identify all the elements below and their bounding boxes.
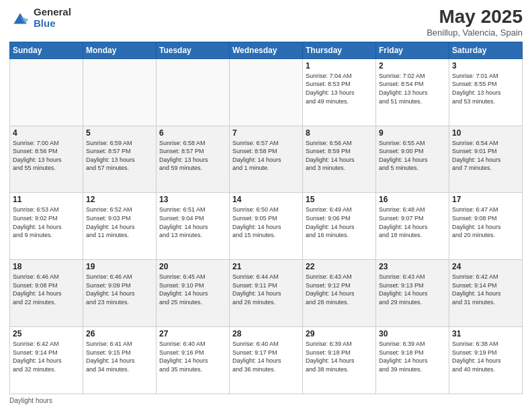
calendar-day-22: 22Sunrise: 6:43 AM Sunset: 9:12 PM Dayli…	[303, 260, 376, 327]
calendar-week-row: 1Sunrise: 7:04 AM Sunset: 8:53 PM Daylig…	[10, 58, 523, 126]
calendar-day-9: 9Sunrise: 6:55 AM Sunset: 9:00 PM Daylig…	[376, 126, 449, 193]
calendar-day-24: 24Sunrise: 6:42 AM Sunset: 9:14 PM Dayli…	[449, 260, 523, 327]
day-info: Sunrise: 6:52 AM Sunset: 9:03 PM Dayligh…	[86, 205, 153, 239]
calendar-day-10: 10Sunrise: 6:54 AM Sunset: 9:01 PM Dayli…	[449, 126, 523, 193]
day-info: Sunrise: 6:42 AM Sunset: 9:14 PM Dayligh…	[13, 340, 80, 373]
subtitle: Benillup, Valencia, Spain	[427, 28, 523, 38]
day-number: 13	[159, 195, 226, 204]
calendar-day-1: 1Sunrise: 7:04 AM Sunset: 8:53 PM Daylig…	[303, 58, 376, 126]
day-number: 22	[306, 262, 373, 271]
day-number: 8	[306, 128, 373, 138]
day-number: 11	[13, 195, 80, 204]
day-info: Sunrise: 6:50 AM Sunset: 9:05 PM Dayligh…	[232, 205, 300, 239]
day-number: 26	[86, 329, 153, 338]
day-number: 31	[452, 329, 519, 338]
day-info: Sunrise: 6:57 AM Sunset: 8:58 PM Dayligh…	[232, 139, 300, 173]
calendar-day-empty	[10, 58, 83, 126]
day-info: Sunrise: 6:51 AM Sunset: 9:04 PM Dayligh…	[159, 205, 226, 239]
day-info: Sunrise: 6:43 AM Sunset: 9:12 PM Dayligh…	[306, 273, 373, 306]
day-info: Sunrise: 6:48 AM Sunset: 9:07 PM Dayligh…	[379, 205, 446, 239]
day-info: Sunrise: 6:39 AM Sunset: 9:18 PM Dayligh…	[379, 340, 446, 373]
day-number: 15	[306, 195, 373, 204]
day-info: Sunrise: 6:53 AM Sunset: 9:02 PM Dayligh…	[13, 205, 80, 239]
day-number: 30	[379, 329, 446, 338]
page: General Blue May 2025 Benillup, Valencia…	[0, 0, 532, 411]
calendar-header-row: SundayMondayTuesdayWednesdayThursdayFrid…	[10, 42, 523, 58]
calendar-day-13: 13Sunrise: 6:51 AM Sunset: 9:04 PM Dayli…	[157, 193, 230, 260]
day-number: 3	[452, 61, 519, 71]
calendar-day-2: 2Sunrise: 7:02 AM Sunset: 8:54 PM Daylig…	[376, 58, 449, 126]
day-number: 20	[159, 262, 226, 271]
day-number: 5	[86, 128, 153, 138]
day-number: 17	[452, 195, 519, 204]
calendar-day-11: 11Sunrise: 6:53 AM Sunset: 9:02 PM Dayli…	[10, 193, 83, 260]
footer-note: Daylight hours	[9, 397, 523, 404]
day-number: 23	[379, 262, 446, 271]
calendar-day-16: 16Sunrise: 6:48 AM Sunset: 9:07 PM Dayli…	[376, 193, 449, 260]
daylight-hours-label: Daylight hours	[9, 397, 52, 404]
day-number: 2	[379, 61, 446, 71]
day-info: Sunrise: 6:46 AM Sunset: 9:09 PM Dayligh…	[86, 273, 153, 306]
calendar-day-17: 17Sunrise: 6:47 AM Sunset: 9:08 PM Dayli…	[449, 193, 523, 260]
day-number: 21	[232, 262, 300, 271]
day-info: Sunrise: 6:44 AM Sunset: 9:11 PM Dayligh…	[232, 273, 300, 306]
day-number: 25	[13, 329, 80, 338]
calendar-day-empty	[230, 58, 303, 126]
day-info: Sunrise: 6:58 AM Sunset: 8:57 PM Dayligh…	[159, 139, 226, 173]
day-info: Sunrise: 6:46 AM Sunset: 9:08 PM Dayligh…	[13, 273, 80, 306]
calendar-week-row: 25Sunrise: 6:42 AM Sunset: 9:14 PM Dayli…	[10, 327, 523, 394]
calendar-day-30: 30Sunrise: 6:39 AM Sunset: 9:18 PM Dayli…	[376, 327, 449, 394]
calendar-week-row: 11Sunrise: 6:53 AM Sunset: 9:02 PM Dayli…	[10, 193, 523, 260]
calendar-day-6: 6Sunrise: 6:58 AM Sunset: 8:57 PM Daylig…	[157, 126, 230, 193]
logo: General Blue	[9, 7, 71, 29]
day-info: Sunrise: 7:01 AM Sunset: 8:55 PM Dayligh…	[452, 72, 519, 105]
day-number: 14	[232, 195, 300, 204]
day-number: 10	[452, 128, 519, 138]
day-number: 18	[13, 262, 80, 271]
calendar-day-12: 12Sunrise: 6:52 AM Sunset: 9:03 PM Dayli…	[83, 193, 157, 260]
day-number: 1	[306, 61, 373, 71]
day-info: Sunrise: 6:45 AM Sunset: 9:10 PM Dayligh…	[159, 273, 226, 306]
calendar-day-27: 27Sunrise: 6:40 AM Sunset: 9:16 PM Dayli…	[157, 327, 230, 394]
calendar-day-7: 7Sunrise: 6:57 AM Sunset: 8:58 PM Daylig…	[230, 126, 303, 193]
day-number: 27	[159, 329, 226, 338]
logo-icon	[9, 9, 31, 28]
main-title: May 2025	[427, 7, 523, 28]
logo-general: General	[34, 6, 71, 17]
calendar-header-sunday: Sunday	[10, 42, 83, 58]
day-number: 19	[86, 262, 153, 271]
calendar-day-18: 18Sunrise: 6:46 AM Sunset: 9:08 PM Dayli…	[10, 260, 83, 327]
day-info: Sunrise: 6:47 AM Sunset: 9:08 PM Dayligh…	[452, 205, 519, 239]
day-info: Sunrise: 7:04 AM Sunset: 8:53 PM Dayligh…	[306, 72, 373, 105]
calendar-day-5: 5Sunrise: 6:59 AM Sunset: 8:57 PM Daylig…	[83, 126, 157, 193]
day-number: 9	[379, 128, 446, 138]
title-block: May 2025 Benillup, Valencia, Spain	[427, 7, 523, 38]
calendar-header-tuesday: Tuesday	[157, 42, 230, 58]
day-number: 12	[86, 195, 153, 204]
day-number: 28	[232, 329, 300, 338]
calendar-day-8: 8Sunrise: 6:56 AM Sunset: 8:59 PM Daylig…	[303, 126, 376, 193]
day-info: Sunrise: 6:54 AM Sunset: 9:01 PM Dayligh…	[452, 139, 519, 173]
day-info: Sunrise: 6:42 AM Sunset: 9:14 PM Dayligh…	[452, 273, 519, 306]
day-number: 29	[306, 329, 373, 338]
day-info: Sunrise: 6:38 AM Sunset: 9:19 PM Dayligh…	[452, 340, 519, 373]
day-number: 16	[379, 195, 446, 204]
calendar-header-saturday: Saturday	[449, 42, 523, 58]
calendar-day-26: 26Sunrise: 6:41 AM Sunset: 9:15 PM Dayli…	[83, 327, 157, 394]
day-number: 24	[452, 262, 519, 271]
header: General Blue May 2025 Benillup, Valencia…	[9, 7, 523, 38]
calendar-day-empty	[157, 58, 230, 126]
calendar-header-wednesday: Wednesday	[230, 42, 303, 58]
calendar-day-4: 4Sunrise: 7:00 AM Sunset: 8:56 PM Daylig…	[10, 126, 83, 193]
day-info: Sunrise: 6:40 AM Sunset: 9:17 PM Dayligh…	[232, 340, 300, 373]
day-number: 6	[159, 128, 226, 138]
calendar-day-19: 19Sunrise: 6:46 AM Sunset: 9:09 PM Dayli…	[83, 260, 157, 327]
day-info: Sunrise: 6:43 AM Sunset: 9:13 PM Dayligh…	[379, 273, 446, 306]
calendar-day-21: 21Sunrise: 6:44 AM Sunset: 9:11 PM Dayli…	[230, 260, 303, 327]
calendar-week-row: 4Sunrise: 7:00 AM Sunset: 8:56 PM Daylig…	[10, 126, 523, 193]
calendar-day-20: 20Sunrise: 6:45 AM Sunset: 9:10 PM Dayli…	[157, 260, 230, 327]
day-info: Sunrise: 6:59 AM Sunset: 8:57 PM Dayligh…	[86, 139, 153, 173]
day-info: Sunrise: 6:55 AM Sunset: 9:00 PM Dayligh…	[379, 139, 446, 173]
calendar-header-monday: Monday	[83, 42, 157, 58]
day-info: Sunrise: 7:02 AM Sunset: 8:54 PM Dayligh…	[379, 72, 446, 105]
